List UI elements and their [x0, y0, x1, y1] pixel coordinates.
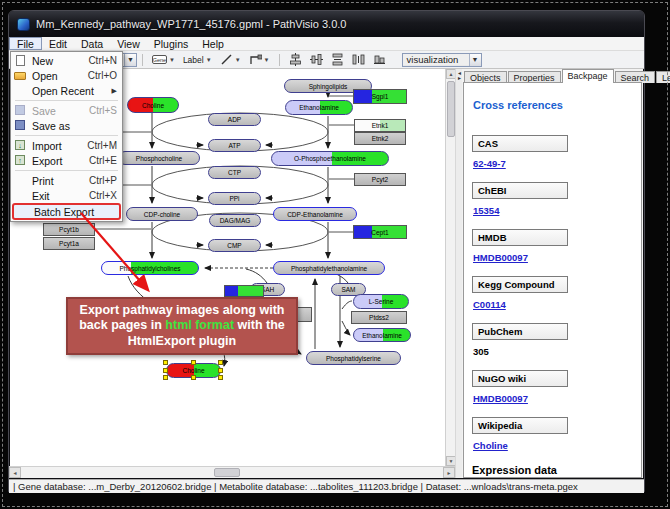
- node-l-serine[interactable]: L-Serine: [353, 294, 409, 309]
- node-adp[interactable]: ADP: [208, 113, 261, 126]
- file-menu-item-export[interactable]: ↑ExportCtrl+E: [12, 153, 121, 168]
- panel-splitter[interactable]: ◄►: [455, 69, 462, 478]
- node-pcyt1b[interactable]: Pcyt1b: [43, 223, 95, 236]
- chevron-down-icon: ▼: [264, 57, 270, 63]
- save-as-icon: [14, 120, 28, 132]
- node-cmp[interactable]: CMP: [208, 239, 261, 252]
- titlebar[interactable]: Mm_Kennedy_pathway_WP1771_45176.gpml - P…: [9, 11, 644, 37]
- node-sgpl1[interactable]: Sgpl1: [353, 89, 407, 104]
- file-menu-item-import[interactable]: ↓ImportCtrl+M: [12, 138, 121, 153]
- xref-link[interactable]: HMDB00097: [473, 393, 633, 404]
- chevron-down-icon: ▼: [169, 57, 175, 63]
- node-o-phosphoethanolamine[interactable]: O-Phosphoethanolamine: [271, 151, 389, 166]
- menu-item-shortcut: Ctrl+E: [89, 155, 117, 166]
- scroll-left-arrow-icon[interactable]: ◄: [9, 467, 21, 478]
- node-phosphatidylserine[interactable]: Phosphatidylserine: [306, 351, 401, 365]
- node-phosphocholine[interactable]: Phosphocholine: [118, 151, 200, 165]
- distribute-horizontal-button[interactable]: [349, 51, 368, 68]
- canvas-horizontal-scrollbar[interactable]: ◄ ►: [9, 466, 455, 478]
- save-as-icon: [15, 120, 25, 130]
- file-menu-item-new[interactable]: NewCtrl+N: [12, 53, 121, 68]
- vertical-scroll-thumb[interactable]: [447, 81, 455, 137]
- toolbar-separator: [279, 54, 280, 66]
- zoom-dropdown-arrow-icon[interactable]: ▼: [124, 54, 136, 66]
- node-atp[interactable]: ATP: [208, 139, 261, 152]
- visualization-value: visualization: [403, 54, 469, 65]
- export-icon: ↑: [15, 155, 25, 165]
- pathvisio-logo-icon: [17, 18, 30, 31]
- menubar-item-plugins[interactable]: Plugins: [147, 37, 195, 50]
- selection-handle[interactable]: [191, 375, 196, 380]
- selection-handle[interactable]: [163, 368, 168, 373]
- node-ptdss2[interactable]: Ptdss2: [351, 311, 407, 324]
- xref-link[interactable]: C00114: [473, 299, 633, 310]
- xref-link[interactable]: 62-49-7: [473, 158, 633, 169]
- gene-tool-button[interactable]: Gene ▼: [149, 53, 178, 66]
- file-menu-item-open[interactable]: OpenCtrl+O: [12, 68, 121, 83]
- node-pcyt2[interactable]: Pcyt2: [354, 173, 406, 186]
- xref-link[interactable]: 15354: [473, 205, 633, 216]
- distribute-vertical-icon: [331, 53, 344, 66]
- node-pcyt1a[interactable]: Pcyt1a: [43, 237, 95, 250]
- node-ethanolamine[interactable]: Ethanolamine: [285, 100, 353, 115]
- xref-link[interactable]: Choline: [473, 440, 633, 451]
- align-bottom-button[interactable]: [370, 51, 389, 68]
- visualization-dropdown-arrow-icon[interactable]: ▼: [469, 54, 481, 66]
- pathvisio-window: Mm_Kennedy_pathway_WP1771_45176.gpml - P…: [8, 10, 645, 493]
- menubar-item-file[interactable]: File: [9, 37, 42, 50]
- node-phosphatidylcholines[interactable]: Phosphatidylcholines: [101, 261, 199, 275]
- menubar: FileEditDataViewPluginsHelp: [9, 37, 644, 51]
- node-dag-mag[interactable]: DAG/MAG: [209, 214, 261, 227]
- line-tool-button[interactable]: ▼: [217, 51, 244, 68]
- label-tool-button[interactable]: Label ▼: [180, 53, 215, 67]
- menu-item-label: Batch Export: [34, 206, 115, 218]
- menu-item-label: Open: [32, 70, 88, 82]
- selection-handle[interactable]: [218, 368, 223, 373]
- menubar-item-data[interactable]: Data: [74, 37, 110, 50]
- node-cdp-choline[interactable]: CDP-choline: [126, 207, 198, 221]
- selection-handle[interactable]: [163, 375, 168, 380]
- backpage-panel: Cross references CAS62-49-7ChEBI15354HMD…: [463, 82, 642, 478]
- scroll-right-arrow-icon[interactable]: ►: [443, 467, 455, 478]
- node-ppi[interactable]: PPi: [208, 192, 261, 205]
- file-menu-item-save[interactable]: SaveCtrl+S: [12, 103, 121, 118]
- horizontal-scroll-thumb[interactable]: [214, 468, 240, 477]
- file-menu-item-exit[interactable]: ExitCtrl+X: [12, 188, 121, 203]
- expression-data-heading: Expression data: [472, 464, 633, 476]
- node-choline[interactable]: Choline: [127, 97, 179, 113]
- node-cdp-ethanolamine[interactable]: CDP-Ethanolamine: [273, 207, 357, 221]
- node-unlabeled[interactable]: [224, 285, 264, 297]
- new-document-icon: [16, 55, 25, 66]
- open-folder-icon: [14, 70, 28, 82]
- node-ethanolamine[interactable]: Ethanolamine: [353, 328, 411, 342]
- selection-handle[interactable]: [191, 360, 196, 365]
- canvas-vertical-scrollbar[interactable]: ▲ ▼: [445, 69, 455, 466]
- menubar-item-help[interactable]: Help: [195, 37, 231, 50]
- file-menu-item-print[interactable]: PrintCtrl+P: [12, 173, 121, 188]
- node-cept1[interactable]: Cept1: [353, 225, 407, 239]
- node-etnk2[interactable]: Etnk2: [354, 132, 406, 145]
- node-phosphatidylethanolamine[interactable]: Phosphatidylethanolamine: [273, 261, 385, 275]
- file-menu-item-save-as[interactable]: Save as: [12, 118, 121, 133]
- selection-handle[interactable]: [163, 360, 168, 365]
- node-ctp[interactable]: CTP: [208, 166, 261, 179]
- toolbar-separator: [142, 54, 143, 66]
- connector-tool-button[interactable]: ▼: [246, 51, 273, 68]
- distribute-vertical-button[interactable]: [328, 51, 347, 68]
- menubar-item-view[interactable]: View: [110, 37, 147, 50]
- file-menu-item-batch-export[interactable]: Batch Export: [12, 203, 121, 220]
- file-menu-item-open-recent[interactable]: Open Recent▶: [12, 83, 121, 98]
- menubar-item-edit[interactable]: Edit: [42, 37, 74, 50]
- xref-header: NuGO wiki: [472, 370, 568, 387]
- selection-handle[interactable]: [218, 360, 223, 365]
- menu-item-shortcut: Ctrl+M: [87, 140, 117, 151]
- tab-legend[interactable]: Legend: [656, 71, 670, 83]
- selection-handle[interactable]: [218, 375, 223, 380]
- node-etnk1[interactable]: Etnk1: [354, 119, 406, 132]
- xref-header: CAS: [472, 135, 568, 152]
- align-horizontal-center-button[interactable]: [307, 51, 326, 68]
- align-vertical-center-button[interactable]: [286, 51, 305, 68]
- xref-link[interactable]: HMDB00097: [473, 252, 633, 263]
- visualization-combobox[interactable]: visualization ▼: [402, 53, 482, 67]
- tab-backpage[interactable]: Backpage: [562, 69, 614, 83]
